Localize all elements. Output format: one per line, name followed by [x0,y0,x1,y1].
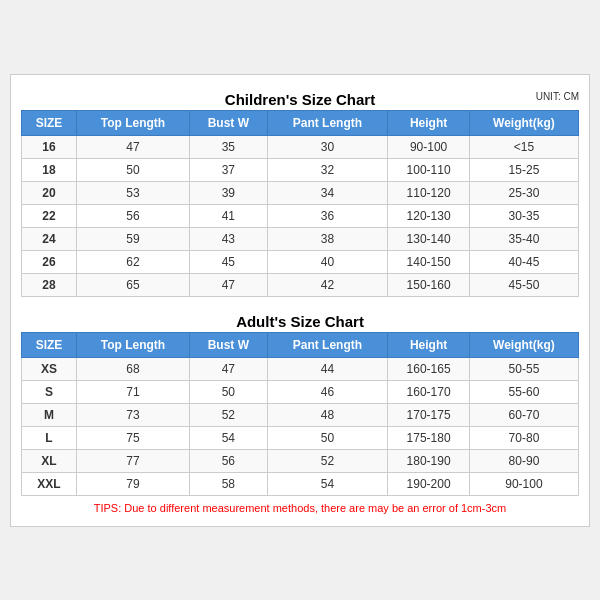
table-row: 26624540140-15040-45 [22,250,579,273]
table-cell: 56 [76,204,189,227]
table-cell: 150-160 [388,273,470,296]
table-row: 18503732100-11015-25 [22,158,579,181]
table-cell: 18 [22,158,77,181]
table-cell: 50 [267,426,388,449]
table-cell: 190-200 [388,472,470,495]
adults-col-top-length: Top Length [76,332,189,357]
table-cell: 26 [22,250,77,273]
table-cell: 130-140 [388,227,470,250]
table-row: L755450175-18070-80 [22,426,579,449]
chart-container: Children's Size Chart UNIT: CM SIZE Top … [10,74,590,527]
table-cell: 22 [22,204,77,227]
table-cell: 47 [190,273,268,296]
children-col-size: SIZE [22,110,77,135]
table-row: 22564136120-13030-35 [22,204,579,227]
table-cell: M [22,403,77,426]
adults-table: SIZE Top Length Bust W Pant Length Heigh… [21,332,579,496]
table-cell: 41 [190,204,268,227]
children-col-top-length: Top Length [76,110,189,135]
table-cell: 24 [22,227,77,250]
table-cell: 180-190 [388,449,470,472]
table-cell: 39 [190,181,268,204]
table-cell: 53 [76,181,189,204]
table-cell: 65 [76,273,189,296]
children-col-pant-length: Pant Length [267,110,388,135]
table-cell: 52 [267,449,388,472]
table-cell: XL [22,449,77,472]
table-cell: 43 [190,227,268,250]
children-header-row: SIZE Top Length Bust W Pant Length Heigh… [22,110,579,135]
table-cell: 32 [267,158,388,181]
children-col-bust-w: Bust W [190,110,268,135]
table-cell: 40 [267,250,388,273]
adults-header-row: SIZE Top Length Bust W Pant Length Heigh… [22,332,579,357]
table-cell: 80-90 [469,449,578,472]
children-title: Children's Size Chart UNIT: CM [21,85,579,110]
table-cell: 16 [22,135,77,158]
table-row: XS684744160-16550-55 [22,357,579,380]
table-cell: 47 [76,135,189,158]
table-cell: 175-180 [388,426,470,449]
table-cell: 90-100 [388,135,470,158]
table-cell: 77 [76,449,189,472]
children-title-text: Children's Size Chart [225,91,375,108]
table-cell: 50-55 [469,357,578,380]
table-cell: L [22,426,77,449]
table-row: 20533934110-12025-30 [22,181,579,204]
table-row: XXL795854190-20090-100 [22,472,579,495]
table-cell: 45 [190,250,268,273]
table-cell: 68 [76,357,189,380]
table-cell: 20 [22,181,77,204]
table-row: M735248170-17560-70 [22,403,579,426]
table-cell: 25-30 [469,181,578,204]
table-cell: 100-110 [388,158,470,181]
table-cell: 46 [267,380,388,403]
table-cell: 47 [190,357,268,380]
table-cell: 36 [267,204,388,227]
tips-text: TIPS: Due to different measurement metho… [21,496,579,516]
table-cell: 60-70 [469,403,578,426]
table-cell: 71 [76,380,189,403]
table-cell: 48 [267,403,388,426]
table-cell: <15 [469,135,578,158]
table-cell: 59 [76,227,189,250]
table-row: S715046160-17055-60 [22,380,579,403]
adults-col-weight: Weight(kg) [469,332,578,357]
table-cell: 120-130 [388,204,470,227]
table-cell: 35 [190,135,268,158]
table-cell: 50 [76,158,189,181]
table-cell: 110-120 [388,181,470,204]
adults-col-bust-w: Bust W [190,332,268,357]
table-cell: 34 [267,181,388,204]
table-cell: 70-80 [469,426,578,449]
table-row: 24594338130-14035-40 [22,227,579,250]
table-cell: 170-175 [388,403,470,426]
table-cell: 160-170 [388,380,470,403]
table-cell: 56 [190,449,268,472]
table-cell: 15-25 [469,158,578,181]
table-cell: 28 [22,273,77,296]
table-cell: 37 [190,158,268,181]
table-cell: 38 [267,227,388,250]
table-cell: 79 [76,472,189,495]
table-cell: 90-100 [469,472,578,495]
table-cell: 30 [267,135,388,158]
adults-title-text: Adult's Size Chart [236,313,364,330]
table-cell: 62 [76,250,189,273]
table-cell: 54 [267,472,388,495]
table-cell: XS [22,357,77,380]
table-cell: 75 [76,426,189,449]
table-cell: 50 [190,380,268,403]
table-cell: 35-40 [469,227,578,250]
adults-col-pant-length: Pant Length [267,332,388,357]
table-cell: S [22,380,77,403]
table-cell: 40-45 [469,250,578,273]
table-cell: 140-150 [388,250,470,273]
table-cell: 58 [190,472,268,495]
table-cell: 54 [190,426,268,449]
table-cell: 30-35 [469,204,578,227]
table-row: 28654742150-16045-50 [22,273,579,296]
table-cell: 42 [267,273,388,296]
table-cell: 160-165 [388,357,470,380]
table-cell: 52 [190,403,268,426]
